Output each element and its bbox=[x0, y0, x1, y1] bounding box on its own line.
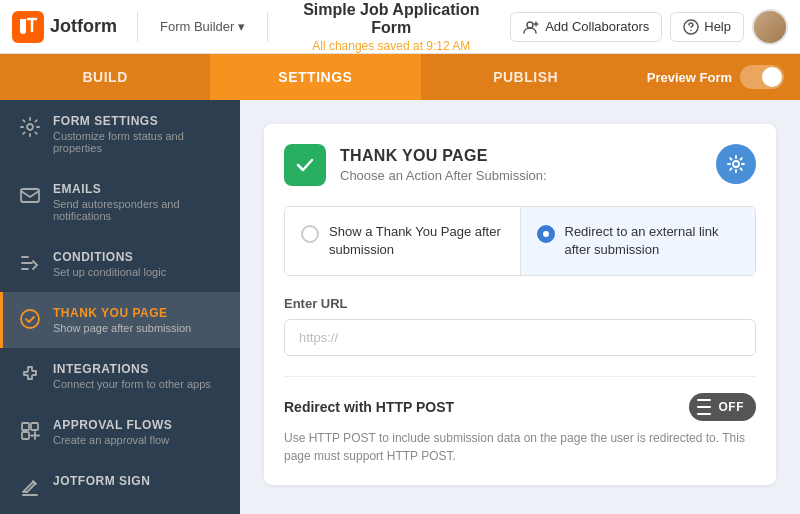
radio-options: Show a Thank You Page after submission R… bbox=[284, 206, 756, 276]
radio-circle-thank-you bbox=[301, 225, 319, 243]
settings-gear-icon bbox=[726, 154, 746, 174]
sidebar-item-form-settings[interactable]: FORM SETTINGS Customize form status and … bbox=[0, 100, 240, 168]
add-collaborators-button[interactable]: Add Collaborators bbox=[510, 12, 662, 42]
radio-label-redirect: Redirect to an external link after submi… bbox=[565, 223, 740, 259]
http-post-section: Redirect with HTTP POST OFF Use HTTP POS… bbox=[284, 376, 756, 465]
form-title-area: Simple Job Application Form All changes … bbox=[282, 1, 500, 53]
svg-point-10 bbox=[733, 161, 739, 167]
form-settings-title: FORM SETTINGS bbox=[53, 114, 224, 128]
approval-flows-title: APPROVAL FLOWS bbox=[53, 418, 224, 432]
svg-rect-9 bbox=[22, 432, 29, 439]
gear-icon bbox=[19, 116, 41, 138]
http-post-header: Redirect with HTTP POST OFF bbox=[284, 393, 756, 421]
tab-build[interactable]: BUILD bbox=[0, 54, 210, 100]
thank-you-text: THANK YOU PAGE Show page after submissio… bbox=[53, 306, 224, 334]
header-actions: Add Collaborators Help bbox=[510, 9, 788, 45]
form-builder-button[interactable]: Form Builder ▾ bbox=[152, 15, 253, 38]
logo-area: Jotform bbox=[12, 11, 117, 43]
sign-icon bbox=[19, 476, 41, 498]
svg-rect-5 bbox=[21, 189, 39, 202]
card-title-group: THANK YOU PAGE Choose an Action After Su… bbox=[340, 147, 547, 183]
emails-text: EMAILS Send autoresponders and notificat… bbox=[53, 182, 224, 222]
form-settings-text: FORM SETTINGS Customize form status and … bbox=[53, 114, 224, 154]
sidebar: FORM SETTINGS Customize form status and … bbox=[0, 100, 240, 514]
jotform-sign-text: JOTFORM SIGN bbox=[53, 474, 224, 488]
sidebar-item-integrations[interactable]: INTEGRATIONS Connect your form to other … bbox=[0, 348, 240, 404]
radio-option-thank-you[interactable]: Show a Thank You Page after submission bbox=[285, 207, 521, 275]
preview-form-label: Preview Form bbox=[647, 70, 732, 85]
approval-flows-subtitle: Create an approval flow bbox=[53, 434, 224, 446]
sidebar-item-jotform-sign[interactable]: JOTFORM SIGN bbox=[0, 460, 240, 512]
thank-you-subtitle: Show page after submission bbox=[53, 322, 224, 334]
thank-you-icon bbox=[284, 144, 326, 186]
check-circle-icon bbox=[19, 308, 41, 330]
avatar bbox=[752, 9, 788, 45]
toggle-off-label: OFF bbox=[719, 400, 745, 414]
help-icon bbox=[683, 19, 699, 35]
svg-point-4 bbox=[27, 124, 33, 130]
tab-settings[interactable]: SETTINGS bbox=[210, 54, 420, 100]
svg-point-1 bbox=[527, 22, 533, 28]
approval-flows-text: APPROVAL FLOWS Create an approval flow bbox=[53, 418, 224, 446]
main-layout: FORM SETTINGS Customize form status and … bbox=[0, 100, 800, 514]
content-area: THANK YOU PAGE Choose an Action After Su… bbox=[240, 100, 800, 514]
puzzle-icon bbox=[19, 364, 41, 386]
preview-toggle[interactable] bbox=[740, 65, 784, 89]
conditions-title: CONDITIONS bbox=[53, 250, 224, 264]
tab-publish[interactable]: PUBLISH bbox=[421, 54, 631, 100]
thank-you-title: THANK YOU PAGE bbox=[53, 306, 224, 320]
envelope-icon bbox=[19, 184, 41, 206]
form-title: Simple Job Application Form bbox=[282, 1, 500, 37]
conditions-subtitle: Set up conditional logic bbox=[53, 266, 224, 278]
http-post-toggle[interactable]: OFF bbox=[689, 393, 757, 421]
sidebar-item-conditions[interactable]: CONDITIONS Set up conditional logic bbox=[0, 236, 240, 292]
http-post-description: Use HTTP POST to include submission data… bbox=[284, 429, 756, 465]
logo-text: Jotform bbox=[50, 16, 117, 37]
integrations-title: INTEGRATIONS bbox=[53, 362, 224, 376]
toggle-thumb bbox=[762, 67, 782, 87]
card-title: THANK YOU PAGE bbox=[340, 147, 547, 165]
svg-point-3 bbox=[690, 29, 692, 31]
svg-rect-7 bbox=[22, 423, 29, 430]
integrations-text: INTEGRATIONS Connect your form to other … bbox=[53, 362, 224, 390]
url-label: Enter URL bbox=[284, 296, 756, 311]
url-input[interactable] bbox=[284, 319, 756, 356]
thank-you-card: THANK YOU PAGE Choose an Action After Su… bbox=[264, 124, 776, 485]
conditions-text: CONDITIONS Set up conditional logic bbox=[53, 250, 224, 278]
sidebar-item-emails[interactable]: EMAILS Send autoresponders and notificat… bbox=[0, 168, 240, 236]
url-form-group: Enter URL bbox=[284, 296, 756, 356]
toggle-bars-icon bbox=[697, 398, 711, 416]
emails-title: EMAILS bbox=[53, 182, 224, 196]
help-button[interactable]: Help bbox=[670, 12, 744, 42]
header-divider bbox=[137, 12, 138, 42]
card-gear-button[interactable] bbox=[716, 144, 756, 184]
svg-point-6 bbox=[21, 310, 39, 328]
jotform-logo-icon bbox=[12, 11, 44, 43]
http-post-title: Redirect with HTTP POST bbox=[284, 399, 454, 415]
form-saved-status: All changes saved at 9:12 AM bbox=[282, 39, 500, 53]
approval-icon bbox=[19, 420, 41, 442]
top-header: Jotform Form Builder ▾ Simple Job Applic… bbox=[0, 0, 800, 54]
conditions-icon bbox=[19, 252, 41, 274]
radio-option-redirect[interactable]: Redirect to an external link after submi… bbox=[521, 207, 756, 275]
card-header-left: THANK YOU PAGE Choose an Action After Su… bbox=[284, 144, 547, 186]
radio-label-thank-you: Show a Thank You Page after submission bbox=[329, 223, 504, 259]
radio-circle-redirect bbox=[537, 225, 555, 243]
user-plus-icon bbox=[523, 19, 539, 35]
card-subtitle: Choose an Action After Submission: bbox=[340, 168, 547, 183]
card-header: THANK YOU PAGE Choose an Action After Su… bbox=[284, 144, 756, 186]
avatar-image bbox=[754, 11, 786, 43]
nav-right: Preview Form bbox=[631, 65, 800, 89]
check-icon bbox=[293, 153, 317, 177]
header-divider-2 bbox=[267, 12, 268, 42]
sidebar-item-thank-you[interactable]: THANK YOU PAGE Show page after submissio… bbox=[0, 292, 240, 348]
integrations-subtitle: Connect your form to other apps bbox=[53, 378, 224, 390]
jotform-sign-title: JOTFORM SIGN bbox=[53, 474, 224, 488]
svg-rect-0 bbox=[12, 11, 44, 43]
form-settings-subtitle: Customize form status and properties bbox=[53, 130, 224, 154]
sidebar-item-approval-flows[interactable]: APPROVAL FLOWS Create an approval flow bbox=[0, 404, 240, 460]
svg-rect-8 bbox=[31, 423, 38, 430]
emails-subtitle: Send autoresponders and notifications bbox=[53, 198, 224, 222]
nav-bar: BUILD SETTINGS PUBLISH Preview Form bbox=[0, 54, 800, 100]
